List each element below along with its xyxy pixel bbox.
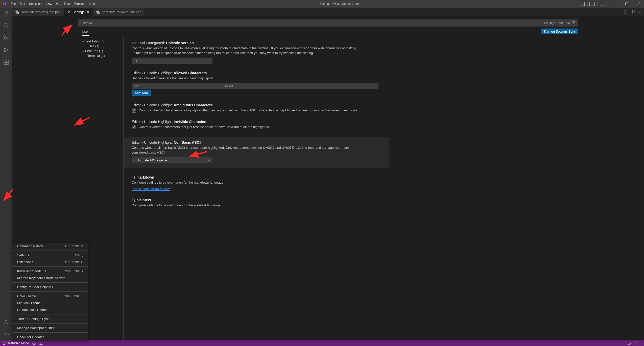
context-menu-item[interactable]: Turn on Settings Sync... [12, 315, 88, 322]
accounts-icon[interactable] [0, 316, 12, 328]
setting-name: Non Basic ASCII [174, 140, 201, 144]
svg-point-4 [4, 23, 7, 27]
activitybar [0, 8, 12, 340]
setting-desc: Controls what version of unicode to use … [132, 46, 359, 56]
braces-icon: { } [132, 198, 135, 202]
customize-layout-icon[interactable] [600, 2, 604, 6]
setting-name: Unicode Version [166, 41, 194, 45]
menu-terminal[interactable]: Terminal [72, 0, 87, 8]
setting-allowed-characters: Editor › Unicode Highlight: Allowed Char… [132, 71, 378, 96]
svg-marker-9 [5, 48, 8, 52]
statusbar: Restricted Mode 0 0 [0, 340, 644, 346]
open-settings-json-icon[interactable] [623, 10, 627, 14]
feedback-icon[interactable] [627, 341, 631, 345]
search-icon[interactable] [0, 20, 12, 32]
toc-features[interactable]: ⌄Features (1) [82, 48, 123, 53]
ambiguous-checkbox[interactable]: ✓ [132, 108, 136, 113]
menu-selection[interactable]: Selection [27, 0, 43, 8]
menu-item-label: Check for Updates... [17, 335, 47, 339]
source-control-icon[interactable] [0, 32, 12, 44]
svg-rect-1 [625, 3, 628, 5]
search-found-count: 9 Settings Found [541, 21, 564, 25]
edit-markdown-link[interactable]: Edit settings for markdown [132, 187, 170, 191]
menu-run[interactable]: Run [62, 0, 72, 8]
context-menu-item[interactable]: Keyboard ShortcutsCtrl+K Ctrl+S [12, 268, 88, 275]
unicode-version-select[interactable]: 11⌄ [132, 58, 212, 64]
run-debug-icon[interactable] [0, 44, 12, 56]
filter-icon[interactable] [572, 21, 576, 25]
menu-item-label: Keyboard Shortcuts [17, 269, 46, 273]
context-menu-item[interactable]: Product Icon Theme [12, 306, 88, 313]
setting-name: Allowed Characters [174, 71, 207, 75]
non-basic-ascii-select[interactable]: inUntrustedWorkspace⌄ [132, 157, 212, 163]
clear-search-icon[interactable] [567, 21, 570, 25]
toc-text-editor[interactable]: ⌄Text Editor (8) [82, 39, 123, 44]
search-value: unicode [81, 21, 541, 25]
svg-marker-27 [573, 21, 575, 24]
minimize-button[interactable] [609, 0, 621, 8]
menu-separator [12, 291, 88, 292]
menu-separator [12, 314, 88, 314]
setting-scope: Terminal › Integrated: [132, 41, 165, 45]
menu-view[interactable]: View [43, 0, 54, 8]
maximize-button[interactable] [621, 0, 632, 8]
toc-terminal[interactable]: Terminal (1) [82, 53, 123, 58]
context-menu-item[interactable]: Command Palette...Ctrl+Shift+P [12, 243, 88, 250]
setting-name: Invisible Characters [174, 120, 207, 124]
tab-settings[interactable]: Settings ✕ [64, 8, 93, 16]
more-actions-icon[interactable]: ··· [638, 10, 641, 14]
context-menu-item[interactable]: File Icon Theme [12, 300, 88, 306]
layout-toggle-left-icon[interactable] [581, 2, 585, 6]
braces-icon: { } [132, 175, 135, 179]
tab-close-icon[interactable]: ✕ [87, 10, 90, 14]
settings-sync-button[interactable]: Turn on Settings Sync [541, 29, 578, 34]
context-menu-item[interactable]: Color ThemeCtrl+K Ctrl+T [12, 293, 88, 300]
context-menu-item[interactable]: SettingsCtrl+, [12, 252, 88, 259]
menu-item-label: File Icon Theme [17, 301, 41, 305]
tab-template-tarkov-quete-accent[interactable]: 🐘 Template-tarkov-quête.php [93, 8, 145, 16]
tab-template-tarkov-quete[interactable]: 🐘 Template-tarkov-quete.php [12, 8, 64, 16]
tab-label: Template-tarkov-quete.php [21, 10, 61, 14]
window-title: Settings - Visual Studio Code [98, 2, 581, 6]
context-menu-item[interactable]: Manage Workspace Trust [12, 325, 88, 331]
menu-separator [12, 266, 88, 267]
menu-file[interactable]: File [9, 0, 18, 8]
close-button[interactable] [632, 0, 644, 8]
settings-search-input[interactable]: unicode 9 Settings Found [78, 19, 578, 27]
manage-gear-icon[interactable] [0, 328, 12, 340]
context-menu-item[interactable]: ExtensionsCtrl+Shift+X [12, 259, 88, 265]
layout-toggle-bottom-icon[interactable] [586, 2, 590, 6]
chevron-down-icon: ⌄ [208, 59, 210, 62]
svg-rect-10 [4, 60, 6, 62]
menu-help[interactable]: Help [87, 0, 98, 8]
add-item-button[interactable]: Add Item [132, 90, 151, 96]
extensions-icon[interactable] [0, 56, 12, 68]
settings-content[interactable]: Terminal › Integrated: Unicode Version C… [123, 36, 389, 340]
menu-item-shortcut: Ctrl+Shift+P [65, 244, 83, 248]
menu-separator [12, 251, 88, 251]
setting-desc: Controls whether characters that just re… [139, 125, 270, 130]
restricted-mode-indicator[interactable]: Restricted Mode [3, 341, 29, 345]
setting-terminal-unicode-version: Terminal › Integrated: Unicode Version C… [132, 41, 378, 64]
menu-go[interactable]: Go [54, 0, 62, 8]
chevron-down-icon: ⌄ [82, 40, 84, 43]
layout-toggle-right-icon[interactable] [591, 2, 595, 6]
context-menu-item[interactable]: Check for Updates... [12, 334, 88, 340]
menu-item-label: Migrate Keyboard Shortcuts from... [17, 276, 68, 280]
context-menu-item[interactable]: Migrate Keyboard Shortcuts from... [12, 275, 88, 281]
menu-item-label: Color Theme [17, 294, 36, 298]
scope-user-tab[interactable]: User [82, 28, 89, 36]
context-menu-item[interactable]: Configure User Snippets [12, 284, 88, 290]
toc-files[interactable]: Files (1) [82, 44, 123, 48]
col-value: Value [223, 83, 378, 89]
menu-item-label: Configure User Snippets [17, 285, 53, 289]
svg-rect-13 [6, 62, 8, 64]
menu-item-shortcut: Ctrl+K Ctrl+T [64, 294, 83, 298]
explorer-icon[interactable] [0, 8, 12, 20]
split-editor-icon[interactable] [631, 10, 635, 14]
invisible-checkbox[interactable]: ✓ [132, 125, 136, 129]
problems-indicator[interactable]: 0 0 [32, 341, 45, 345]
notifications-icon[interactable] [634, 341, 638, 345]
menu-edit[interactable]: Edit [18, 0, 27, 8]
chevron-down-icon: ⌄ [82, 49, 84, 53]
